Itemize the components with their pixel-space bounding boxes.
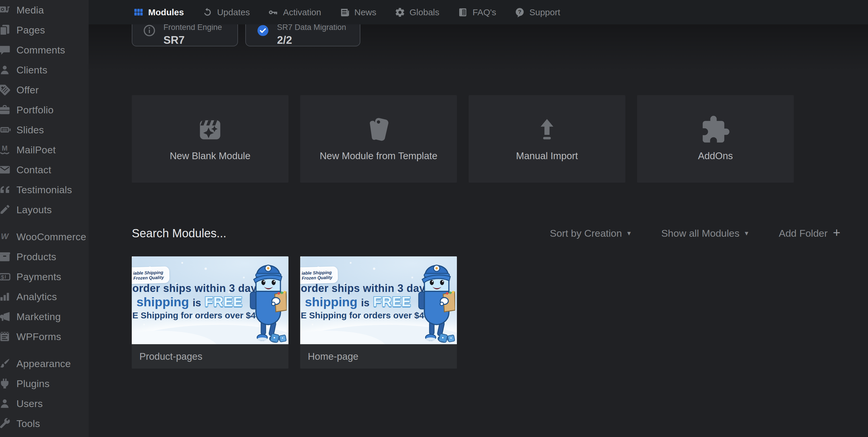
activation-key-icon [268,7,278,18]
sidebar-item-label: Products [17,251,56,263]
faqs-book-icon [458,7,468,18]
banner-subheadline: shipping is FREE [305,293,411,310]
news-icon [340,7,350,18]
sidebar-item-offer[interactable]: Offer [0,80,89,100]
sidebar-item-slides[interactable]: Slides [0,120,89,140]
sidebar-item-comments[interactable]: Comments [0,40,89,60]
sidebar-item-products[interactable]: Products [0,247,89,267]
search-modules-input[interactable] [132,227,319,240]
sidebar-item-label: Testimonials [17,184,72,196]
snowflakes-decor [132,256,133,258]
puzzle-icon [700,113,731,146]
slides-icon [0,123,11,136]
tab-globals[interactable]: Globals [395,7,440,18]
sidebar-item-media[interactable]: Media [0,0,89,20]
action-card-label: AddOns [698,150,733,162]
svg-text:W: W [1,232,9,241]
sidebar-item-clients[interactable]: Clients [0,60,89,80]
mailpoet-icon: M [0,143,11,156]
sidebar-item-woocommerce[interactable]: W WooCommerce [0,227,89,247]
tab-updates[interactable]: Updates [202,7,250,18]
layouts-pencil-icon [0,203,11,216]
show-modules-dropdown[interactable]: Show all Modules ▾ [661,228,748,239]
appearance-brush-icon [0,357,11,370]
action-card-label: New Blank Module [169,150,250,162]
plugins-plug-icon [0,377,11,390]
comments-icon [0,43,11,56]
tab-faqs[interactable]: FAQ's [458,7,496,18]
sidebar-item-pages[interactable]: Pages [0,20,89,40]
sidebar-item-label: WPForms [17,331,61,343]
clients-icon [0,63,11,76]
clapper-sparkle-icon [195,113,225,146]
module-card-product-pages[interactable]: iable Shipping Frozen Quality order ship… [132,256,288,369]
sidebar-item-label: Offer [17,84,39,96]
sr7-top-navigation: Modules Updates Activation News Globals … [89,0,868,24]
tab-support[interactable]: ? Support [515,7,560,18]
sidebar-item-wpforms[interactable]: WPForms [0,327,89,347]
sidebar-item-plugins[interactable]: Plugins [0,374,89,394]
tools-wrench-icon [0,417,11,430]
sidebar-item-tools[interactable]: Tools [0,413,89,434]
sidebar-item-label: Layouts [17,204,52,215]
sidebar-item-testimonials[interactable]: Testimonials [0,180,89,200]
sidebar-item-label: Users [17,398,43,409]
info-icon [142,24,156,37]
plus-icon: + [833,226,840,239]
banner-footnote: E Shipping for orders over $40 [132,311,260,320]
sort-by-dropdown[interactable]: Sort by Creation ▾ [550,228,631,239]
sidebar-item-payments[interactable]: $ Payments [0,267,89,287]
sidebar-item-label: Plugins [17,378,50,389]
sidebar-item-mailpoet[interactable]: M MailPoet [0,140,89,160]
sidebar-item-users[interactable]: Users [0,394,89,413]
shipping-badge: iable Shipping Frozen Quality [300,266,338,284]
tab-news[interactable]: News [340,7,376,18]
woocommerce-icon: W [0,230,11,243]
tab-label: Support [529,7,560,17]
upload-icon [532,113,562,146]
pages-icon [0,24,11,36]
module-card-title: Product-pages [132,344,288,369]
module-card-home-page[interactable]: iable Shipping Frozen Quality order ship… [300,256,457,369]
action-card-label: New Module from Template [319,150,437,162]
offer-tag-icon [0,83,11,96]
support-help-icon: ? [515,7,525,18]
sidebar-item-analytics[interactable]: Analytics [0,287,89,307]
add-folder-button[interactable]: Add Folder + [779,227,840,239]
sidebar-item-label: Tools [17,418,40,429]
sidebar-item-layouts[interactable]: Layouts [0,200,89,220]
new-module-from-template-card[interactable]: New Module from Template [300,95,457,183]
sidebar-item-contact[interactable]: Contact [0,160,89,180]
sidebar-item-label: Contact [17,164,51,176]
sidebar-item-portfolio[interactable]: Portfolio [0,100,89,120]
sr7-modules-page: Media Pages Comments Clients Offer Portf… [0,0,868,437]
action-card-label: Manual Import [516,150,578,162]
marketing-megaphone-icon [0,310,11,323]
banner-headline: order ships within 3 days [301,282,431,295]
chevron-down-icon: ▾ [745,230,748,237]
sidebar-item-label: Slides [17,124,44,136]
sidebar-item-appearance[interactable]: Appearance [0,354,89,374]
new-blank-module-card[interactable]: New Blank Module [132,95,288,183]
addons-card[interactable]: AddOns [637,95,794,183]
tab-modules[interactable]: Modules [133,7,184,18]
tab-label: News [354,7,376,17]
chevron-down-icon: ▾ [627,230,630,237]
banner-subheadline: shipping is FREE [136,293,243,310]
badge-line2: Frozen Quality [133,275,164,281]
tab-activation[interactable]: Activation [268,7,321,18]
module-thumbnail: iable Shipping Frozen Quality order ship… [300,256,457,344]
sidebar-item-marketing[interactable]: Marketing [0,307,89,327]
banner-footnote: E Shipping for orders over $40 [301,311,429,320]
sidebar-item-label: Portfolio [17,104,54,116]
manual-import-card[interactable]: Manual Import [469,95,625,183]
updates-icon [202,7,213,18]
svg-text:$: $ [1,274,4,280]
shipping-badge: iable Shipping Frozen Quality [132,266,169,284]
tab-label: Modules [148,7,184,17]
sidebar-item-label: WooCommerce [17,231,86,242]
add-folder-label: Add Folder [779,228,828,239]
wp-admin-sidebar: Media Pages Comments Clients Offer Portf… [0,0,89,437]
show-modules-label: Show all Modules [661,228,739,239]
products-box-icon [0,250,11,263]
